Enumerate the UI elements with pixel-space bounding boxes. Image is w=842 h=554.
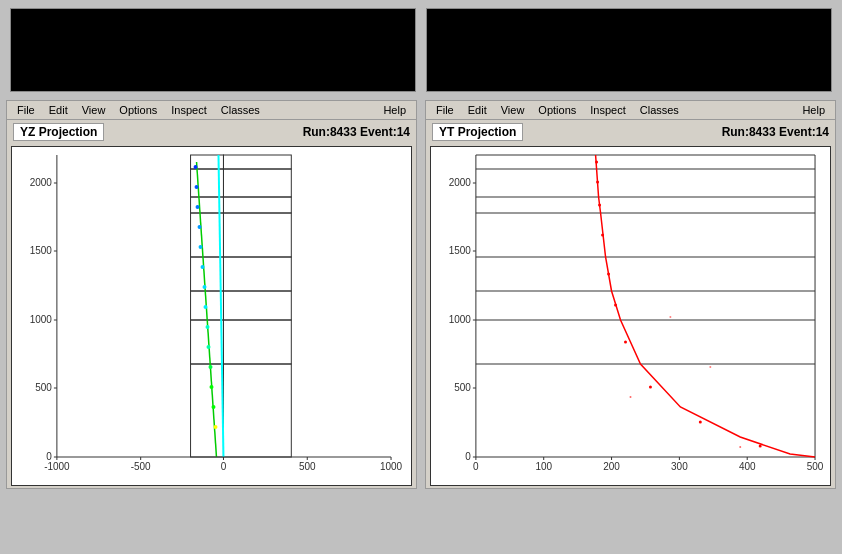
svg-point-70 <box>601 234 604 237</box>
svg-point-24 <box>206 325 210 329</box>
svg-point-77 <box>630 396 632 398</box>
right-event-info: Run:8433 Event:14 <box>722 125 829 139</box>
left-menu-file[interactable]: File <box>11 103 41 117</box>
svg-text:0: 0 <box>221 461 227 472</box>
right-menu-classes[interactable]: Classes <box>634 103 685 117</box>
svg-point-67 <box>595 161 598 164</box>
svg-point-71 <box>607 273 610 276</box>
svg-point-72 <box>614 304 617 307</box>
right-menu-view[interactable]: View <box>495 103 531 117</box>
left-panel: File Edit View Options Inspect Classes H… <box>6 100 417 489</box>
svg-text:1500: 1500 <box>449 245 472 256</box>
right-menu-options[interactable]: Options <box>532 103 582 117</box>
left-chart: 0 500 1000 1500 2000 -1000 <box>11 146 412 486</box>
svg-point-23 <box>207 345 211 349</box>
svg-point-74 <box>649 386 652 389</box>
svg-text:400: 400 <box>739 461 756 472</box>
svg-point-73 <box>624 341 627 344</box>
left-title-bar: YZ Projection Run:8433 Event:14 <box>7 120 416 144</box>
left-panel-title: YZ Projection <box>13 123 104 141</box>
left-menu-classes[interactable]: Classes <box>215 103 266 117</box>
svg-point-31 <box>195 185 199 189</box>
right-panel: File Edit View Options Inspect Classes H… <box>425 100 836 489</box>
right-menu-help[interactable]: Help <box>796 103 831 117</box>
svg-text:2000: 2000 <box>449 177 472 188</box>
svg-text:-500: -500 <box>131 461 151 472</box>
svg-point-29 <box>198 225 202 229</box>
right-menu-file[interactable]: File <box>430 103 460 117</box>
svg-text:500: 500 <box>35 382 52 393</box>
left-menu-help[interactable]: Help <box>377 103 412 117</box>
svg-text:2000: 2000 <box>30 177 53 188</box>
svg-point-20 <box>212 405 216 409</box>
right-menu-inspect[interactable]: Inspect <box>584 103 631 117</box>
svg-text:0: 0 <box>465 451 471 462</box>
left-preview-box <box>10 8 416 92</box>
right-title-bar: YT Projection Run:8433 Event:14 <box>426 120 835 144</box>
svg-point-19 <box>213 425 217 429</box>
svg-text:-1000: -1000 <box>44 461 70 472</box>
right-panel-title: YT Projection <box>432 123 523 141</box>
svg-point-30 <box>196 205 200 209</box>
left-menu-edit[interactable]: Edit <box>43 103 74 117</box>
svg-rect-55 <box>431 147 830 486</box>
svg-point-32 <box>194 165 198 169</box>
svg-point-80 <box>739 446 741 448</box>
svg-text:1500: 1500 <box>30 245 53 256</box>
svg-text:1000: 1000 <box>380 461 403 472</box>
svg-text:1000: 1000 <box>30 314 53 325</box>
svg-point-28 <box>199 245 203 249</box>
svg-point-75 <box>699 421 702 424</box>
svg-text:0: 0 <box>473 461 479 472</box>
right-menu-edit[interactable]: Edit <box>462 103 493 117</box>
svg-point-27 <box>201 265 205 269</box>
svg-text:100: 100 <box>535 461 552 472</box>
svg-point-69 <box>598 204 601 207</box>
svg-rect-0 <box>12 147 411 486</box>
left-menu-inspect[interactable]: Inspect <box>165 103 212 117</box>
svg-point-22 <box>209 365 213 369</box>
svg-point-76 <box>759 445 762 448</box>
svg-point-21 <box>210 385 214 389</box>
right-menubar: File Edit View Options Inspect Classes H… <box>426 101 835 120</box>
right-preview-box <box>426 8 832 92</box>
svg-text:500: 500 <box>299 461 316 472</box>
svg-point-68 <box>596 181 599 184</box>
svg-point-78 <box>709 366 711 368</box>
right-chart: 0 500 1000 1500 2000 0 100 200 <box>430 146 831 486</box>
left-menu-view[interactable]: View <box>76 103 112 117</box>
left-event-info: Run:8433 Event:14 <box>303 125 410 139</box>
svg-text:300: 300 <box>671 461 688 472</box>
svg-point-25 <box>204 305 208 309</box>
left-menubar: File Edit View Options Inspect Classes H… <box>7 101 416 120</box>
svg-text:1000: 1000 <box>449 314 472 325</box>
svg-text:200: 200 <box>603 461 620 472</box>
svg-point-26 <box>203 285 207 289</box>
svg-point-79 <box>669 316 671 318</box>
left-menu-options[interactable]: Options <box>113 103 163 117</box>
svg-text:500: 500 <box>454 382 471 393</box>
svg-text:500: 500 <box>807 461 824 472</box>
